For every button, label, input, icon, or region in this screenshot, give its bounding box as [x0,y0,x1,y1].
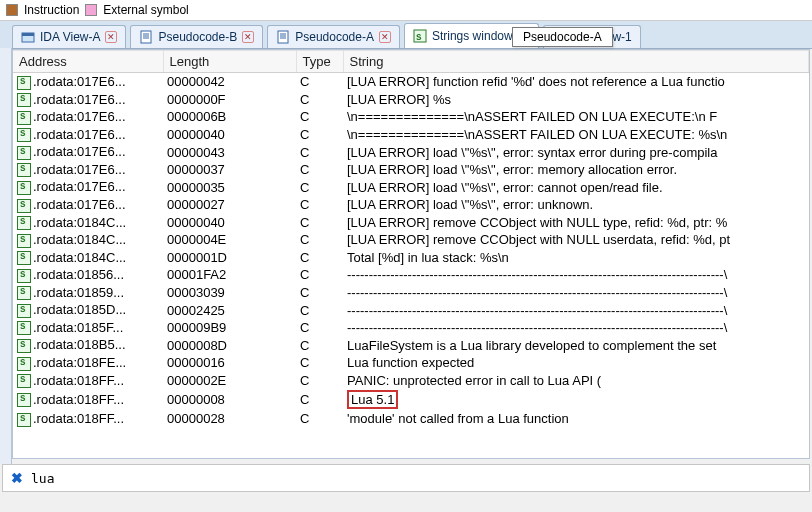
filter-input[interactable] [31,471,801,486]
cell-string: [LUA ERROR] load \"%s\", error: cannot o… [343,178,809,196]
legend-label-external: External symbol [103,3,188,17]
cell-address: .rodata:018FF... [33,411,124,426]
filter-bar: ✖ [2,464,810,492]
legend-label-instruction: Instruction [24,3,79,17]
cell-string: PANIC: unprotected error in call to Lua … [343,372,809,390]
table-row[interactable]: .rodata:017E6...00000042C[LUA ERROR] fun… [13,73,809,91]
cell-type: C [296,249,343,267]
cell-string: ----------------------------------------… [343,284,809,302]
cell-length: 00000043 [163,143,296,161]
table-row[interactable]: .rodata:01856...00001FA2C---------------… [13,266,809,284]
table-row[interactable]: .rodata:018FF...0000002ECPANIC: unprotec… [13,372,809,390]
table-row[interactable]: .rodata:018B5...0000008DCLuaFileSystem i… [13,336,809,354]
table-row[interactable]: .rodata:0185F...000009B9C---------------… [13,319,809,337]
tab-close-icon[interactable]: ✕ [379,31,391,43]
tab-label: IDA View-A [40,30,100,44]
cell-address: .rodata:017E6... [33,197,126,212]
string-entry-icon [17,111,31,125]
tab-close-icon[interactable]: ✕ [242,31,254,43]
tab-label: Pseudocode-A [295,30,374,44]
tab-ida-view-a[interactable]: IDA View-A✕ [12,25,126,48]
cell-type: C [296,372,343,390]
strings-table: Address Length Type String .rodata:017E6… [13,50,809,428]
left-gutter [0,48,12,464]
cell-type: C [296,91,343,109]
col-header-length[interactable]: Length [163,51,296,73]
string-entry-icon [17,393,31,407]
tab-strip: IDA View-A✕Pseudocode-B✕Pseudocode-A✕sSt… [0,21,812,49]
cell-string: Lua 5.1 [343,389,809,410]
table-row[interactable]: .rodata:018FE...00000016CLua function ex… [13,354,809,372]
cell-string: Total [%d] in lua stack: %s\n [343,249,809,267]
string-entry-icon [17,304,31,318]
tab-pseudocode-a[interactable]: Pseudocode-A✕ [267,25,400,48]
cell-address: .rodata:017E6... [33,179,126,194]
cell-string: [LUA ERROR] load \"%s\", error: syntax e… [343,143,809,161]
cell-length: 00000037 [163,161,296,179]
cell-string: [LUA ERROR] function refid '%d' does not… [343,73,809,91]
cell-type: C [296,284,343,302]
cell-type: C [296,196,343,214]
legend-swatch-instruction [6,4,18,16]
cell-type: C [296,410,343,428]
cell-address: .rodata:017E6... [33,74,126,89]
table-row[interactable]: .rodata:018FF...00000028C'module' not ca… [13,410,809,428]
cell-address: .rodata:017E6... [33,127,126,142]
table-row[interactable]: .rodata:017E6...00000027C[LUA ERROR] loa… [13,196,809,214]
table-row[interactable]: .rodata:017E6...0000006BC\n=============… [13,108,809,126]
table-row[interactable]: .rodata:0184C...0000004EC[LUA ERROR] rem… [13,231,809,249]
view-icon [21,30,35,44]
col-header-address[interactable]: Address [13,51,163,73]
string-entry-icon [17,163,31,177]
cell-length: 00001FA2 [163,266,296,284]
cell-length: 00000016 [163,354,296,372]
clear-filter-icon[interactable]: ✖ [11,470,23,486]
cell-length: 00000008 [163,389,296,410]
cell-length: 00000027 [163,196,296,214]
cell-address: .rodata:017E6... [33,109,126,124]
cell-length: 00000035 [163,178,296,196]
string-entry-icon [17,413,31,427]
cell-string: [LUA ERROR] remove CCObject with NULL ty… [343,214,809,232]
cell-string: Lua function expected [343,354,809,372]
cell-address: .rodata:018B5... [33,337,126,352]
string-entry-icon [17,251,31,265]
svg-text:s: s [416,31,422,42]
string-entry-icon [17,216,31,230]
table-row[interactable]: .rodata:0184C...00000040C[LUA ERROR] rem… [13,214,809,232]
table-row[interactable]: .rodata:01859...00003039C---------------… [13,284,809,302]
cell-address: .rodata:0185D... [33,302,126,317]
cell-length: 00003039 [163,284,296,302]
tab-close-icon[interactable]: ✕ [105,31,117,43]
svg-rect-6 [278,31,288,43]
cell-type: C [296,73,343,91]
col-header-string[interactable]: String [343,51,809,73]
string-entry-icon [17,374,31,388]
cell-length: 0000001D [163,249,296,267]
doc-icon [276,30,290,44]
table-row[interactable]: .rodata:017E6...00000040C\n=============… [13,126,809,144]
cell-type: C [296,214,343,232]
table-row[interactable]: .rodata:0184C...0000001DCTotal [%d] in l… [13,249,809,267]
cell-type: C [296,319,343,337]
table-header-row: Address Length Type String [13,51,809,73]
col-header-type[interactable]: Type [296,51,343,73]
string-entry-icon [17,357,31,371]
cell-string: [LUA ERROR] load \"%s\", error: memory a… [343,161,809,179]
table-row[interactable]: .rodata:017E6...00000037C[LUA ERROR] loa… [13,161,809,179]
table-row[interactable]: .rodata:0185D...00002425C---------------… [13,301,809,319]
cell-type: C [296,108,343,126]
table-row[interactable]: .rodata:017E6...0000000FC[LUA ERROR] %s [13,91,809,109]
tab-label: Pseudocode-B [158,30,237,44]
string-entry-icon [17,321,31,335]
cell-type: C [296,354,343,372]
table-row[interactable]: .rodata:017E6...00000043C[LUA ERROR] loa… [13,143,809,161]
cell-address: .rodata:018FF... [33,392,124,407]
cell-length: 0000004E [163,231,296,249]
string-entry-icon [17,269,31,283]
cell-type: C [296,178,343,196]
tab-pseudocode-b[interactable]: Pseudocode-B✕ [130,25,263,48]
table-row[interactable]: .rodata:018FF...00000008CLua 5.1 [13,389,809,410]
table-row[interactable]: .rodata:017E6...00000035C[LUA ERROR] loa… [13,178,809,196]
cell-type: C [296,126,343,144]
